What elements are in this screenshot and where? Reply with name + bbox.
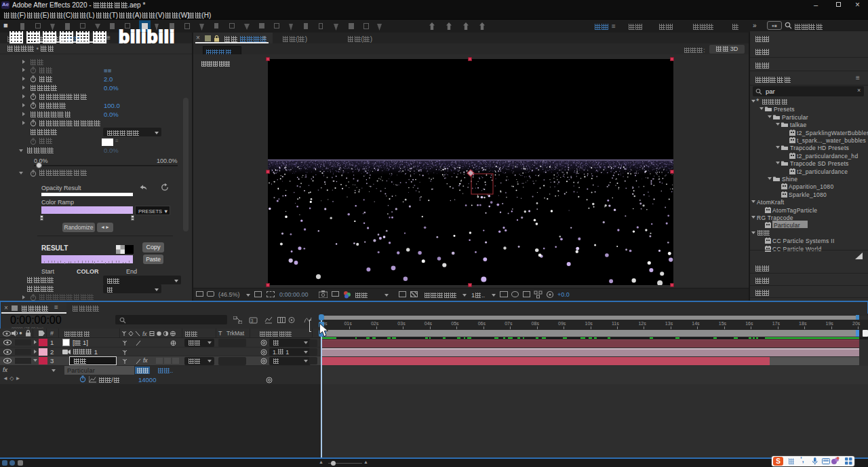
svg-text:3: 3: [251, 318, 254, 323]
svg-text:fx: fx: [142, 331, 147, 337]
